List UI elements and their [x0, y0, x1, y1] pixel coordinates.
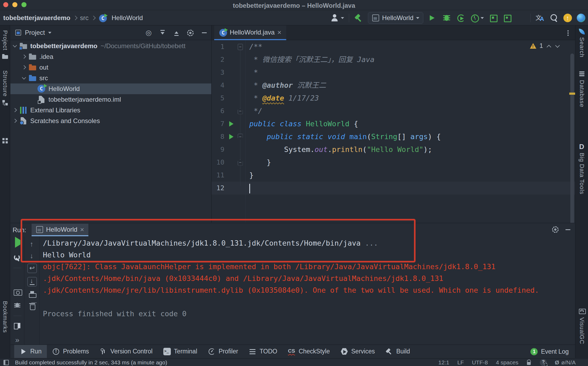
caret-position[interactable]: 12:1 — [438, 359, 449, 366]
soft-wrap-icon[interactable] — [27, 264, 37, 273]
sidebar-tab-bookmarks[interactable]: Bookmarks — [0, 301, 10, 333]
editor-tab-helloworld[interactable]: HelloWorld.java × — [214, 25, 286, 40]
file-encoding[interactable]: UTF-8 — [472, 359, 488, 366]
line-ending[interactable]: LF — [457, 359, 464, 366]
expand-all-button[interactable] — [156, 28, 169, 37]
locate-file-button[interactable]: ◎ — [142, 28, 156, 37]
close-tab-icon[interactable]: × — [277, 29, 281, 36]
fold-marker-icon[interactable]: − — [238, 134, 243, 140]
editor-options-kebab-icon[interactable] — [567, 30, 569, 32]
editor-scrollbar[interactable] — [570, 54, 574, 230]
profile-memory-button[interactable] — [489, 13, 498, 22]
gear-icon[interactable] — [552, 226, 559, 233]
update-available-icon[interactable]: ↑ — [563, 14, 572, 22]
build-hammer-icon[interactable] — [354, 13, 363, 22]
profiler-menu[interactable] — [470, 13, 484, 22]
chevron-down-icon[interactable] — [21, 75, 28, 82]
minimize-icon[interactable] — [566, 229, 570, 230]
tool-window-button-problems[interactable]: Problems — [47, 345, 94, 358]
code-line-8[interactable]: 8− public static void main(String[] args… — [212, 130, 575, 143]
print-icon[interactable] — [28, 290, 36, 298]
tree-item-tobebetterjavaerdemo-iml[interactable]: tobebetterjavaerdemo.iml — [10, 94, 211, 105]
sidebar-tab-visualgc[interactable]: VisualGC — [575, 308, 588, 344]
search-everywhere-icon[interactable] — [549, 13, 559, 22]
code-line-3[interactable]: 3 * — [212, 66, 575, 79]
tool-window-button-todo[interactable]: TODO — [243, 345, 282, 358]
sidebar-tab-database[interactable]: Database — [575, 70, 588, 107]
fold-marker-icon[interactable]: − — [238, 108, 243, 114]
indent-setting[interactable]: 4 spaces — [496, 359, 518, 366]
code-line-6[interactable]: 6− */ — [212, 105, 575, 117]
sidebar-tab-project[interactable]: Project — [0, 30, 10, 60]
translate-icon[interactable] — [536, 13, 545, 22]
chevron-down-icon[interactable] — [12, 43, 18, 49]
code-line-4[interactable]: 4 * @author 沉默王二 — [212, 79, 575, 92]
settings-button[interactable] — [183, 28, 197, 37]
sidebar-tab-structure[interactable]: Structure — [0, 70, 10, 106]
hide-panel-button[interactable] — [197, 28, 211, 37]
code-editor[interactable]: 1−/**2 * 微信搜索「沉默王二」，回复 Java3 *4 * @autho… — [212, 40, 575, 195]
chevron-down-icon[interactable] — [48, 32, 51, 34]
tool-window-button-version-control[interactable]: Version Control — [94, 345, 158, 358]
tree-item-helloworld[interactable]: HelloWorld — [10, 83, 211, 94]
tree-item-out[interactable]: out — [10, 62, 211, 73]
chevron-right-icon[interactable] — [12, 107, 18, 114]
fold-marker-icon[interactable]: − — [238, 44, 243, 50]
stop-button[interactable] — [13, 274, 21, 282]
tool-window-button-terminal[interactable]: Terminal — [158, 345, 203, 358]
tree-item-external-libraries[interactable]: External Libraries — [10, 105, 211, 116]
tool-window-button-profiler[interactable]: Profiler — [203, 345, 244, 358]
scroll-to-end-icon[interactable] — [27, 277, 37, 287]
down-stack-trace-icon[interactable] — [28, 252, 36, 260]
sidebar-tab-search[interactable]: Search — [575, 29, 588, 58]
folded-command-line-ellipsis[interactable]: ... — [361, 239, 378, 247]
code-line-7[interactable]: 7public class HelloWorld { — [212, 117, 575, 130]
tool-window-toggle-icon[interactable] — [3, 360, 9, 365]
restore-layout-icon[interactable] — [13, 322, 21, 330]
run-tab-helloworld[interactable]: HelloWorld × — [32, 224, 88, 236]
up-stack-trace-icon[interactable] — [28, 240, 36, 248]
tree-item-scratches-and-consoles[interactable]: Scratches and Consoles — [10, 116, 211, 126]
thread-dump-icon[interactable] — [13, 288, 21, 296]
code-line-1[interactable]: 1−/** — [212, 40, 575, 53]
code-with-me-icon[interactable] — [577, 14, 585, 22]
stop-button[interactable] — [517, 13, 526, 22]
debug-button[interactable] — [442, 13, 451, 22]
run-line-icon[interactable] — [229, 134, 233, 139]
memory-indicator[interactable]: Ø ø/N/A — [555, 359, 576, 366]
chevron-right-icon[interactable] — [21, 64, 28, 71]
event-log-button[interactable]: 1 Event Log — [530, 345, 569, 358]
close-tab-icon[interactable]: × — [80, 226, 84, 233]
code-line-12[interactable]: 12 — [212, 182, 575, 195]
code-line-2[interactable]: 2 * 微信搜索「沉默王二」，回复 Java — [212, 53, 575, 66]
question-gear-icon[interactable] — [540, 359, 547, 366]
code-line-11[interactable]: 11} — [212, 169, 575, 182]
breadcrumb-src[interactable]: src — [80, 14, 89, 22]
attach-debugger-icon[interactable] — [13, 302, 21, 310]
clear-console-icon[interactable] — [28, 302, 36, 310]
more-actions-chevrons[interactable]: » — [15, 336, 20, 344]
tree-item-tobebetterjavaerdemo[interactable]: tobebetterjavaerdemo~/Documents/GitHub/t… — [10, 41, 211, 51]
rerun-button[interactable] — [13, 240, 21, 248]
profile-allocations-button[interactable] — [503, 13, 512, 22]
chevron-right-icon[interactable] — [21, 53, 28, 60]
tool-window-button-run[interactable]: Run — [14, 345, 47, 358]
tree-item-idea[interactable]: .idea — [10, 51, 211, 62]
run-configuration-select[interactable]: HelloWorld — [368, 12, 423, 24]
breadcrumb-class[interactable]: HelloWorld — [112, 14, 143, 22]
tool-window-button-services[interactable]: Services — [335, 345, 380, 358]
run-button[interactable] — [428, 13, 437, 22]
code-line-9[interactable]: 9 System.out.println("Hello World"); — [212, 143, 575, 156]
tool-window-button-build[interactable]: Build — [380, 345, 415, 358]
collapse-all-button[interactable] — [169, 28, 183, 37]
edit-configuration-button[interactable] — [13, 254, 21, 262]
run-line-icon[interactable] — [229, 121, 233, 127]
chevron-right-icon[interactable] — [12, 117, 18, 124]
code-line-5[interactable]: 5 * @date 1/17/23 — [212, 92, 575, 105]
tree-item-src[interactable]: src — [10, 73, 211, 83]
fold-marker-icon[interactable]: − — [238, 159, 243, 166]
lock-icon[interactable] — [526, 360, 532, 365]
sidebar-tab-big-data-tools[interactable]: D Big Data Tools — [575, 143, 588, 194]
run-with-coverage-button[interactable] — [456, 13, 465, 22]
breadcrumb-project[interactable]: tobebetterjavaerdemo — [3, 14, 70, 22]
